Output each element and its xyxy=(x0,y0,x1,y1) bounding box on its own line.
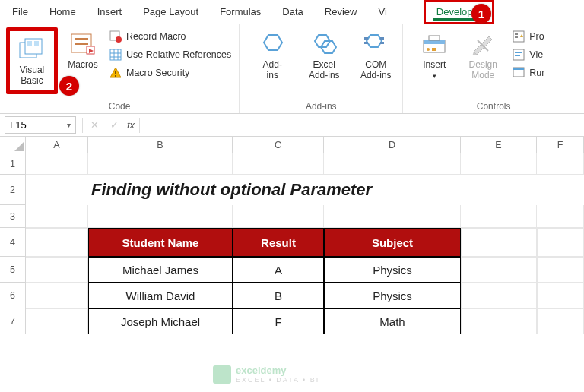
svg-rect-34 xyxy=(515,52,522,53)
group-code: Visual Basic Macros Record Macro Use Rel… xyxy=(0,24,240,113)
macros-icon xyxy=(69,30,97,58)
watermark-tag: EXCEL • DATA • BI xyxy=(236,376,319,384)
table-header-result: Result xyxy=(233,228,324,257)
tab-review[interactable]: Review xyxy=(314,2,368,22)
enter-formula-icon[interactable]: ✓ xyxy=(104,119,124,131)
tab-file[interactable]: File xyxy=(2,2,39,22)
com-addins-icon xyxy=(362,30,389,58)
table-cell[interactable]: Michael James xyxy=(88,257,233,283)
row-header-4[interactable]: 4 xyxy=(0,228,26,257)
col-header-f[interactable]: F xyxy=(537,137,584,153)
row-header-2[interactable]: 2 xyxy=(0,175,26,205)
run-dialog-button[interactable]: Rur xyxy=(511,65,546,81)
col-header-a[interactable]: A xyxy=(26,137,88,153)
svg-rect-2 xyxy=(27,41,32,46)
row-header-3[interactable]: 3 xyxy=(0,205,26,228)
insert-controls-label: Insert▾ xyxy=(423,59,446,81)
run-dialog-label: Rur xyxy=(529,68,544,78)
row-header-6[interactable]: 6 xyxy=(0,283,26,308)
table-cell[interactable]: Physics xyxy=(324,257,461,283)
use-relative-label: Use Relative References xyxy=(126,49,231,60)
svg-rect-31 xyxy=(515,33,518,35)
svg-rect-35 xyxy=(515,55,520,56)
table-cell[interactable]: A xyxy=(233,257,324,283)
warning-icon xyxy=(110,67,122,79)
excel-addins-label: Excel Add-ins xyxy=(309,59,340,81)
view-code-button[interactable]: Vie xyxy=(511,47,546,62)
table-cell[interactable]: William David xyxy=(88,283,233,308)
table-cell[interactable]: Physics xyxy=(324,283,461,308)
record-macro-label: Record Macro xyxy=(126,31,186,42)
visual-basic-highlight: Visual Basic xyxy=(6,27,58,94)
macros-label: Macros xyxy=(68,59,97,70)
formula-bar: L15 ▾ ✕ ✓ fx xyxy=(0,114,584,137)
cancel-formula-icon[interactable]: ✕ xyxy=(84,119,104,131)
tab-home[interactable]: Home xyxy=(39,2,87,22)
group-controls-label: Controls xyxy=(409,100,578,112)
svg-rect-5 xyxy=(75,38,88,40)
formula-input[interactable] xyxy=(141,116,584,134)
design-mode-button[interactable]: Design Mode xyxy=(462,27,503,84)
main-tabs: File Home Insert Page Layout Formulas Da… xyxy=(0,0,584,24)
properties-button[interactable]: Pro xyxy=(511,29,546,44)
fx-button[interactable]: fx xyxy=(124,119,138,131)
svg-marker-17 xyxy=(264,35,282,50)
svg-rect-22 xyxy=(364,42,368,44)
svg-rect-37 xyxy=(513,68,524,70)
svg-rect-27 xyxy=(429,36,440,40)
macros-button[interactable]: Macros xyxy=(62,27,103,73)
svg-rect-3 xyxy=(34,41,39,46)
table-cell[interactable]: Joseph Michael xyxy=(88,308,233,334)
col-header-c[interactable]: C xyxy=(233,137,324,153)
toolbox-icon xyxy=(421,30,448,58)
table-cell[interactable]: Math xyxy=(324,308,461,334)
row-header-5[interactable]: 5 xyxy=(0,257,26,283)
visual-basic-button[interactable]: Visual Basic xyxy=(11,33,52,89)
tab-formulas[interactable]: Formulas xyxy=(209,2,271,22)
ribbon: Visual Basic Macros Record Macro Use Rel… xyxy=(0,24,584,114)
callout-marker-1: 1 xyxy=(471,4,491,24)
select-all-triangle[interactable] xyxy=(0,137,26,153)
column-headers: A B C D E F xyxy=(0,137,584,153)
worksheet-grid[interactable]: A B C D E F 1 2 Finding without optional… xyxy=(0,137,584,334)
col-header-b[interactable]: B xyxy=(88,137,233,153)
com-addins-button[interactable]: COM Add-ins xyxy=(355,27,396,84)
svg-rect-15 xyxy=(115,71,116,74)
com-addins-label: COM Add-ins xyxy=(360,59,392,81)
use-relative-refs-button[interactable]: Use Relative References xyxy=(108,47,233,62)
row-header-7[interactable]: 7 xyxy=(0,308,26,334)
callout-marker-2: 2 xyxy=(59,76,79,96)
grid-icon xyxy=(110,49,122,61)
visual-basic-icon xyxy=(18,36,46,63)
svg-rect-16 xyxy=(115,75,116,77)
watermark-brand: exceldemy xyxy=(236,365,319,376)
insert-controls-button[interactable]: Insert▾ xyxy=(414,27,455,84)
name-box[interactable]: L15 ▾ xyxy=(5,116,76,134)
tab-view-truncated[interactable]: Vi xyxy=(367,2,397,22)
record-macro-icon xyxy=(110,30,122,43)
group-code-label: Code xyxy=(6,100,233,112)
svg-rect-10 xyxy=(110,49,121,60)
properties-icon xyxy=(513,30,525,43)
excel-addins-button[interactable]: Excel Add-ins xyxy=(303,27,344,84)
tab-insert[interactable]: Insert xyxy=(87,2,133,22)
svg-rect-32 xyxy=(515,36,518,38)
group-addins: Add- ins Excel Add-ins COM Add-ins Add-i… xyxy=(240,24,403,113)
svg-rect-6 xyxy=(75,43,88,45)
col-header-d[interactable]: D xyxy=(324,137,461,153)
col-header-e[interactable]: E xyxy=(461,137,537,153)
addins-label: Add- ins xyxy=(263,59,282,81)
addins-button[interactable]: Add- ins xyxy=(252,27,293,84)
table-cell[interactable]: B xyxy=(233,283,324,308)
record-macro-button[interactable]: Record Macro xyxy=(108,29,233,44)
macro-security-button[interactable]: Macro Security xyxy=(108,65,233,81)
table-cell[interactable]: F xyxy=(233,308,324,334)
watermark-logo-icon xyxy=(213,365,231,384)
svg-rect-23 xyxy=(380,37,384,40)
tab-page-layout[interactable]: Page Layout xyxy=(132,2,209,22)
sheet-title: Finding without optional Parameter xyxy=(88,175,461,205)
tab-data[interactable]: Data xyxy=(271,2,313,22)
view-code-label: Vie xyxy=(529,49,543,60)
row-header-1[interactable]: 1 xyxy=(0,153,26,175)
svg-rect-24 xyxy=(380,42,384,44)
